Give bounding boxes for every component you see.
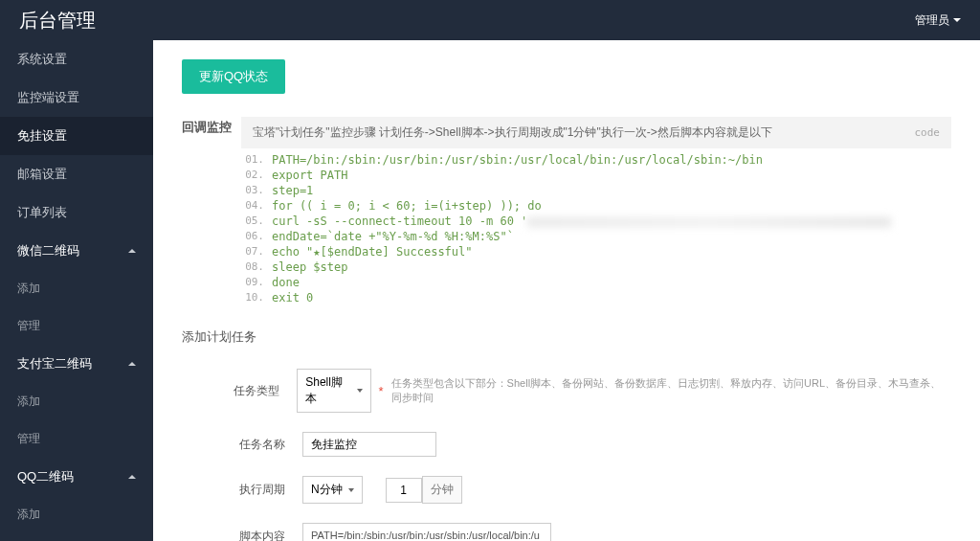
callback-notice: 宝塔"计划任务"监控步骤 计划任务->Shell脚本->执行周期改成"1分钟"执… xyxy=(241,117,951,148)
code-text: curl -sS --connect-timeout 10 -m 60 ' xyxy=(272,214,891,228)
callback-notice-text: 宝塔"计划任务"监控步骤 计划任务->Shell脚本->执行周期改成"1分钟"执… xyxy=(253,124,772,141)
redacted-content xyxy=(527,217,891,227)
task-name-label: 任务名称 xyxy=(182,437,302,453)
code-text: endDate=`date +"%Y-%m-%d %H:%M:%S"` xyxy=(272,230,514,243)
code-text: echo "★[$endDate] Successful" xyxy=(272,245,473,259)
code-text: step=1 xyxy=(272,184,313,197)
code-block: 01.PATH=/bin:/sbin:/usr/bin:/usr/sbin:/u… xyxy=(241,152,951,305)
sidebar-item-label: 管理 xyxy=(17,431,40,447)
period-value-input[interactable] xyxy=(386,478,422,503)
sidebar-item-label: 订单列表 xyxy=(17,204,67,221)
code-text: exit 0 xyxy=(272,291,313,304)
admin-dropdown[interactable]: 管理员 xyxy=(915,12,961,29)
caret-up-icon xyxy=(128,475,136,479)
line-number: 01. xyxy=(241,153,272,167)
sidebar-item-label: 管理 xyxy=(17,318,40,334)
sidebar-item-label: 添加 xyxy=(17,394,40,410)
sidebar-item-12[interactable]: 添加 xyxy=(0,496,153,533)
code-line: 01.PATH=/bin:/sbin:/usr/bin:/usr/sbin:/u… xyxy=(241,152,951,168)
sidebar-item-6[interactable]: 添加 xyxy=(0,270,153,307)
line-number: 04. xyxy=(241,199,272,213)
task-type-hint: 任务类型包含以下部分：Shell脚本、备份网站、备份数据库、日志切割、释放内存、… xyxy=(391,376,951,405)
form-section-title: 添加计划任务 xyxy=(182,328,951,346)
sidebar-item-label: 邮箱设置 xyxy=(17,166,67,183)
line-number: 02. xyxy=(241,169,272,182)
line-number: 05. xyxy=(241,214,272,228)
sidebar-item-2[interactable]: 免挂设置 xyxy=(0,117,153,155)
code-text: for (( i = 0; i < 60; i=(i+step) )); do xyxy=(272,199,542,213)
callback-section-label: 回调监控 xyxy=(182,117,232,305)
update-qq-status-button[interactable]: 更新QQ状态 xyxy=(182,59,285,94)
sidebar-item-5[interactable]: 微信二维码 xyxy=(0,232,153,270)
code-line: 08.sleep $step xyxy=(241,259,951,275)
sidebar-item-10[interactable]: 管理 xyxy=(0,420,153,458)
line-number: 03. xyxy=(241,184,272,197)
caret-down-icon xyxy=(953,18,961,22)
admin-label: 管理员 xyxy=(915,12,949,29)
code-line: 06.endDate=`date +"%Y-%m-%d %H:%M:%S"` xyxy=(241,229,951,244)
period-label: 执行周期 xyxy=(182,482,302,498)
line-number: 06. xyxy=(241,230,272,243)
period-select[interactable]: N分钟 xyxy=(302,476,363,504)
sidebar-item-13[interactable]: 管理 xyxy=(0,533,153,541)
sidebar-item-label: 添加 xyxy=(17,507,40,523)
sidebar-item-9[interactable]: 添加 xyxy=(0,383,153,420)
line-number: 07. xyxy=(241,245,272,259)
code-line: 07.echo "★[$endDate] Successful" xyxy=(241,244,951,259)
line-number: 10. xyxy=(241,291,272,304)
code-text: export PATH xyxy=(272,169,347,182)
sidebar-item-1[interactable]: 监控端设置 xyxy=(0,79,153,117)
topbar: 后台管理 管理员 xyxy=(0,0,980,40)
line-number: 08. xyxy=(241,260,272,274)
required-marker: * xyxy=(379,384,384,398)
sidebar: 系统设置监控端设置免挂设置邮箱设置订单列表微信二维码添加管理支付宝二维码添加管理… xyxy=(0,40,153,541)
code-line: 09.done xyxy=(241,275,951,290)
code-line: 10.exit 0 xyxy=(241,290,951,305)
sidebar-item-label: 免挂设置 xyxy=(17,127,67,145)
code-text: PATH=/bin:/sbin:/usr/bin:/usr/sbin:/usr/… xyxy=(272,153,763,167)
sidebar-item-label: 支付宝二维码 xyxy=(17,355,92,372)
sidebar-item-7[interactable]: 管理 xyxy=(0,307,153,345)
code-line: 05.curl -sS --connect-timeout 10 -m 60 ' xyxy=(241,214,951,229)
sidebar-item-4[interactable]: 订单列表 xyxy=(0,193,153,232)
code-text: done xyxy=(272,276,300,289)
code-link[interactable]: code xyxy=(915,126,941,139)
sidebar-item-0[interactable]: 系统设置 xyxy=(0,40,153,79)
sidebar-item-label: 监控端设置 xyxy=(17,89,79,106)
sidebar-item-label: QQ二维码 xyxy=(17,468,74,485)
code-line: 02.export PATH xyxy=(241,168,951,183)
main-content: 更新QQ状态 回调监控 宝塔"计划任务"监控步骤 计划任务->Shell脚本->… xyxy=(153,40,980,541)
task-type-label: 任务类型 xyxy=(182,383,297,399)
brand-title: 后台管理 xyxy=(19,8,96,34)
code-line: 04.for (( i = 0; i < 60; i=(i+step) )); … xyxy=(241,198,951,214)
caret-down-icon xyxy=(348,488,354,492)
line-number: 09. xyxy=(241,276,272,289)
sidebar-item-label: 系统设置 xyxy=(17,51,67,68)
sidebar-item-11[interactable]: QQ二维码 xyxy=(0,458,153,496)
script-textarea[interactable] xyxy=(302,523,551,541)
script-label: 脚本内容 xyxy=(182,523,302,541)
sidebar-item-label: 添加 xyxy=(17,281,40,297)
code-line: 03.step=1 xyxy=(241,183,951,198)
caret-up-icon xyxy=(128,362,136,366)
sidebar-item-3[interactable]: 邮箱设置 xyxy=(0,155,153,193)
caret-down-icon xyxy=(357,389,363,393)
period-unit: 分钟 xyxy=(422,476,462,504)
caret-up-icon xyxy=(128,249,136,253)
sidebar-item-8[interactable]: 支付宝二维码 xyxy=(0,345,153,383)
task-name-input[interactable] xyxy=(302,432,436,457)
code-text: sleep $step xyxy=(272,260,347,274)
sidebar-item-label: 微信二维码 xyxy=(17,242,79,259)
task-type-select[interactable]: Shell脚本 xyxy=(297,369,370,413)
